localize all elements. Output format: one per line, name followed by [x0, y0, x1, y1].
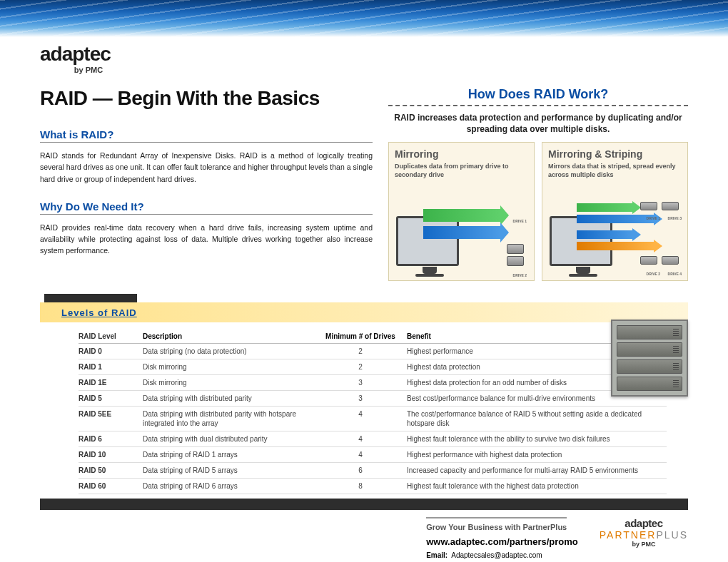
col-min: Minimum # of Drives	[314, 332, 407, 340]
what-heading: What is RAID?	[40, 128, 373, 140]
cell-min: 3	[314, 394, 407, 403]
card-desc: Mirrors data that is striped, spread eve…	[548, 163, 682, 181]
footer: Grow Your Business with PartnerPlus www.…	[0, 517, 688, 562]
table-row: RAID 50Data striping of RAID 5 arrays6In…	[79, 463, 667, 479]
drive-label: DRIVE 2	[647, 272, 660, 276]
arrow-icon	[423, 226, 509, 239]
drive-enclosure-image	[611, 320, 688, 397]
brand-byline: by PMC	[40, 66, 137, 74]
drive-label: DRIVE 1	[647, 216, 660, 220]
cell-benefit: Highest fault tolerance with the highest…	[407, 481, 667, 491]
drive-icon	[507, 244, 524, 254]
cell-level: RAID 6	[79, 434, 143, 444]
table-row: RAID 1Disk mirroring2Highest data protec…	[79, 359, 667, 375]
mirroring-card: Mirroring Duplicates data from primary d…	[388, 142, 535, 281]
table-row: RAID 60Data striping of RAID 6 arrays8Hi…	[79, 479, 667, 494]
raid-table: RAID Level Description Minimum # of Driv…	[79, 329, 667, 494]
cell-benefit: Increased capacity and performance for m…	[407, 466, 667, 475]
cell-desc: Data striping of RAID 5 arrays	[143, 466, 314, 475]
cell-min: 4	[314, 409, 407, 428]
partnerplus-logo: PARTNERPLUS	[600, 529, 688, 541]
drive-bay	[617, 359, 682, 374]
card-desc: Duplicates data from primary drive to se…	[395, 163, 528, 181]
drive-icon	[662, 256, 679, 265]
how-subtitle: RAID increases data protection and perfo…	[388, 112, 688, 135]
card-title: Mirroring & Striping	[548, 148, 682, 160]
table-row: RAID 10Data striping of RAID 1 arrays4Hi…	[79, 447, 667, 463]
arrow-icon	[423, 209, 509, 222]
col-desc: Description	[143, 332, 314, 340]
table-row: RAID 6Data striping with dual distribute…	[79, 431, 667, 447]
drive-stack	[662, 256, 679, 265]
cell-level: RAID 10	[79, 450, 143, 459]
levels-heading-bar: Levels of RAID	[40, 302, 688, 322]
drive-icon	[640, 202, 657, 210]
card-title: Mirroring	[395, 148, 528, 160]
cell-benefit: Highest performance with highest data pr…	[407, 450, 667, 459]
mirroring-scene: DRIVE 1 DRIVE 2	[395, 196, 528, 276]
cell-desc: Data striping (no data protection)	[143, 347, 314, 356]
what-body: RAID stands for Redundant Array of Inexp…	[40, 150, 373, 185]
email-label: Email:	[426, 551, 448, 559]
mirror-stripe-scene: DRIVE 1 DRIVE 3 DRIVE 2 DRIVE 4	[548, 196, 682, 276]
cell-min: 8	[314, 481, 407, 491]
drive-icon	[640, 256, 657, 265]
footer-email: Adaptecsales@adaptec.com	[451, 551, 542, 559]
cell-desc: Data striping of RAID 1 arrays	[143, 450, 314, 459]
arrow-icon	[577, 230, 641, 239]
cell-level: RAID 60	[79, 481, 143, 491]
cell-level: RAID 1E	[79, 378, 143, 387]
cell-desc: Disk mirroring	[143, 378, 314, 387]
table-row: RAID 1EDisk mirroring3Highest data prote…	[79, 375, 667, 391]
cell-min: 2	[314, 347, 407, 356]
how-title: How Does RAID Work?	[388, 87, 688, 102]
drive-icon	[507, 256, 524, 266]
drive-stack	[640, 256, 657, 265]
cell-desc: Data striping of RAID 6 arrays	[143, 481, 314, 491]
levels-section: Levels of RAID RAID Level Description Mi…	[40, 294, 688, 510]
dashed-rule	[388, 105, 688, 106]
rule	[40, 214, 373, 215]
rule	[40, 142, 373, 143]
cell-min: 2	[314, 362, 407, 372]
cell-desc: Data striping with distributed parity	[143, 394, 314, 403]
monitor-icon	[550, 216, 612, 266]
drive-bay	[617, 342, 682, 357]
drive-bay	[617, 377, 682, 391]
cell-min: 4	[314, 450, 407, 459]
cell-level: RAID 50	[79, 466, 143, 475]
cell-level: RAID 5EE	[79, 409, 143, 428]
drive-label: DRIVE 4	[668, 272, 682, 276]
why-body: RAID provides real-time data recovery wh…	[40, 222, 373, 257]
brand-name: adaptec	[40, 44, 728, 64]
cell-min: 6	[314, 466, 407, 475]
drive-label: DRIVE 3	[668, 216, 682, 220]
cell-min: 4	[314, 434, 407, 444]
mirror-stripe-card: Mirroring & Striping Mirrors data that i…	[542, 142, 688, 281]
cell-desc: Data striping with dual distributed pari…	[143, 434, 314, 444]
drive-stack	[507, 244, 524, 266]
drive-label: DRIVE 1	[513, 219, 527, 223]
cell-level: RAID 5	[79, 394, 143, 403]
cell-desc: Data striping with distributed parity wi…	[143, 409, 314, 428]
table-header: RAID Level Description Minimum # of Driv…	[79, 329, 667, 344]
right-column: How Does RAID Work? RAID increases data …	[388, 87, 688, 281]
why-heading: Why Do We Need It?	[40, 200, 373, 213]
monitor-icon	[396, 216, 459, 266]
page-title: RAID — Begin With the Basics	[40, 87, 373, 110]
footer-brand: adaptec	[600, 517, 688, 529]
footer-logo: adaptec PARTNERPLUS by PMC	[600, 517, 688, 548]
cell-benefit: Highest fault tolerance with the ability…	[407, 434, 667, 444]
top-banner	[0, 0, 728, 37]
drive-bay	[617, 325, 682, 339]
cell-level: RAID 0	[79, 347, 143, 356]
footer-byline: by PMC	[600, 541, 688, 548]
cell-min: 3	[314, 378, 407, 387]
cell-desc: Disk mirroring	[143, 362, 314, 372]
levels-heading: Levels of RAID	[61, 307, 137, 318]
drive-label: DRIVE 2	[513, 273, 527, 277]
table-row: RAID 5Data striping with distributed par…	[79, 391, 667, 407]
left-column: RAID — Begin With the Basics What is RAI…	[40, 87, 373, 281]
table-row: RAID 5EEData striping with distributed p…	[79, 407, 667, 431]
arrow-icon	[577, 203, 641, 212]
